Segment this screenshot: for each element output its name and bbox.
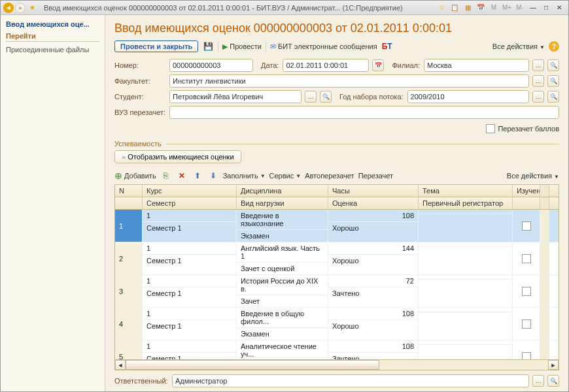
add-row-button[interactable]: ⊕Добавить xyxy=(114,171,156,181)
col-n[interactable]: N xyxy=(115,185,143,197)
col-hours[interactable]: Часы xyxy=(328,185,419,197)
bit-messages-button[interactable]: ✉ БИТ электронные сообщения xyxy=(270,42,377,51)
cell-studied[interactable] xyxy=(513,242,540,274)
col-grade[interactable]: Оценка xyxy=(328,197,419,209)
year-select-icon[interactable]: … xyxy=(532,91,544,103)
cell-course[interactable]: 1Семестр 1 xyxy=(143,210,237,242)
horizontal-scrollbar[interactable]: ◄ ► xyxy=(115,359,559,370)
post-and-close-button[interactable]: Провести и закрыть xyxy=(114,41,198,52)
col-load[interactable]: Вид нагрузки xyxy=(237,197,328,209)
cell-course[interactable]: 1Семестр 1 xyxy=(143,340,237,359)
cell-studied[interactable] xyxy=(513,340,540,359)
responsible-select-icon[interactable]: … xyxy=(532,375,544,387)
favorite-star-icon[interactable]: ★ xyxy=(27,3,37,13)
year-input[interactable]: 2009/2010 xyxy=(407,90,529,103)
cell-studied[interactable] xyxy=(513,275,540,307)
studied-checkbox[interactable] xyxy=(522,319,531,329)
close-icon[interactable]: ✕ xyxy=(554,3,564,13)
nav-back-icon[interactable]: ◄ xyxy=(3,3,14,13)
student-select-icon[interactable]: … xyxy=(305,91,317,103)
star-icon[interactable]: ☆ xyxy=(436,3,447,13)
cell-topic[interactable] xyxy=(419,308,513,340)
branch-open-icon[interactable]: 🔍 xyxy=(547,59,559,71)
cell-studied[interactable] xyxy=(513,308,540,340)
all-actions-dropdown[interactable]: Все действия ▼ xyxy=(492,42,545,50)
cell-topic[interactable] xyxy=(419,210,513,242)
recredit-button[interactable]: Перезачет xyxy=(358,172,393,180)
col-studied[interactable]: Изучен xyxy=(513,185,540,197)
table-row[interactable]: 41Семестр 1Введение в общую филол...Экза… xyxy=(115,308,559,340)
table-row[interactable]: 11Семестр 1Введение в языкознаниеЭкзамен… xyxy=(115,210,559,242)
col-registrar[interactable]: Первичный регистратор xyxy=(419,197,513,209)
minimize-icon[interactable]: — xyxy=(528,3,538,13)
maximize-icon[interactable]: □ xyxy=(541,3,551,13)
cell-hours[interactable]: 144Хорошо xyxy=(328,242,419,274)
move-up-icon[interactable]: ⬆ xyxy=(192,170,203,182)
cell-discipline[interactable]: История России до XIX в.Зачет xyxy=(237,275,328,307)
copy-row-icon[interactable]: ⎘ xyxy=(160,170,172,182)
student-open-icon[interactable]: 🔍 xyxy=(320,91,332,103)
calendar-icon[interactable]: 📅 xyxy=(475,3,486,13)
col-semester[interactable]: Семестр xyxy=(143,197,237,209)
branch-select-icon[interactable]: … xyxy=(532,59,544,71)
service-dropdown[interactable]: Сервис ▼ xyxy=(269,172,302,180)
cell-course[interactable]: 1Семестр 1 xyxy=(143,308,237,340)
cell-hours[interactable]: 72Зачтено xyxy=(328,275,419,307)
bit-logo-icon[interactable]: БТ xyxy=(381,41,393,52)
hscroll-thumb[interactable] xyxy=(126,360,379,370)
number-input[interactable]: 000000000003 xyxy=(169,59,253,72)
nav-forward-icon[interactable]: ▸ xyxy=(15,3,26,13)
cell-studied[interactable] xyxy=(513,210,540,242)
move-down-icon[interactable]: ⬇ xyxy=(207,170,219,182)
studied-checkbox[interactable] xyxy=(522,221,531,231)
table-row[interactable]: 51Семестр 1Аналитическое чтение уч...Зач… xyxy=(115,340,559,359)
cell-discipline[interactable]: Аналитическое чтение уч...Зачет xyxy=(237,340,328,359)
help-icon[interactable]: ? xyxy=(549,41,559,52)
cell-course[interactable]: 1Семестр 1 xyxy=(143,242,237,274)
clipboard-icon[interactable]: 📋 xyxy=(449,3,460,13)
date-picker-icon[interactable]: 📅 xyxy=(372,59,384,71)
responsible-open-icon[interactable]: 🔍 xyxy=(547,375,559,387)
calc-icon[interactable]: ▦ xyxy=(462,3,473,13)
branch-input[interactable]: Москва xyxy=(424,59,529,72)
cell-course[interactable]: 1Семестр 1 xyxy=(143,275,237,307)
date-input[interactable]: 02.01.2011 0:00:01 xyxy=(283,59,369,72)
cell-discipline[interactable]: Введение в общую филол...Экзамен xyxy=(237,308,328,340)
m-minus-button[interactable]: M- xyxy=(515,3,525,13)
col-topic[interactable]: Тема xyxy=(419,185,513,197)
m-button[interactable]: M xyxy=(489,3,499,13)
col-discipline[interactable]: Дисциплина xyxy=(237,185,328,197)
cell-hours[interactable]: 108Хорошо xyxy=(328,210,419,242)
table-row[interactable]: 21Семестр 1Английский язык. Часть 1Зачет… xyxy=(115,242,559,275)
fill-dropdown[interactable]: Заполнить ▼ xyxy=(223,172,266,180)
cell-hours[interactable]: 108Хорошо xyxy=(328,308,419,340)
student-input[interactable]: Петровский Лёва Игоревич xyxy=(169,90,302,103)
studied-checkbox[interactable] xyxy=(522,287,531,296)
delete-row-icon[interactable]: ✕ xyxy=(176,170,188,182)
col-course[interactable]: Курс xyxy=(143,185,237,197)
hscroll-right-icon[interactable]: ► xyxy=(548,360,559,370)
show-existing-grades-button[interactable]: » Отобразить имеющиеся оценки xyxy=(114,150,241,163)
save-icon[interactable]: 💾 xyxy=(202,41,214,52)
faculty-open-icon[interactable]: 🔍 xyxy=(547,75,559,87)
cell-topic[interactable] xyxy=(419,340,513,359)
cell-hours[interactable]: 108Зачтено xyxy=(328,340,419,359)
cell-topic[interactable] xyxy=(419,242,513,274)
studied-checkbox[interactable] xyxy=(522,352,531,360)
table-all-actions-dropdown[interactable]: Все действия ▼ xyxy=(507,172,559,180)
responsible-input[interactable]: Администратор xyxy=(172,374,529,387)
faculty-select-icon[interactable]: … xyxy=(532,75,544,87)
faculty-input[interactable]: Институт лингвистики xyxy=(169,74,529,88)
hscroll-left-icon[interactable]: ◄ xyxy=(115,360,126,370)
table-row[interactable]: 31Семестр 1История России до XIX в.Зачет… xyxy=(115,275,559,308)
cell-topic[interactable] xyxy=(419,275,513,307)
vuz-input[interactable] xyxy=(169,106,559,119)
auto-recredit-button[interactable]: Автоперезачет xyxy=(305,172,354,180)
m-plus-button[interactable]: M+ xyxy=(502,3,512,13)
sidebar-link-attached-files[interactable]: Присоединенные файлы xyxy=(6,44,99,55)
year-open-icon[interactable]: 🔍 xyxy=(547,91,559,103)
recredit-checkbox[interactable] xyxy=(486,124,495,133)
cell-discipline[interactable]: Английский язык. Часть 1Зачет с оценкой xyxy=(237,242,328,274)
post-button[interactable]: ▶ Провести xyxy=(222,42,262,51)
cell-discipline[interactable]: Введение в языкознаниеЭкзамен xyxy=(237,210,328,242)
